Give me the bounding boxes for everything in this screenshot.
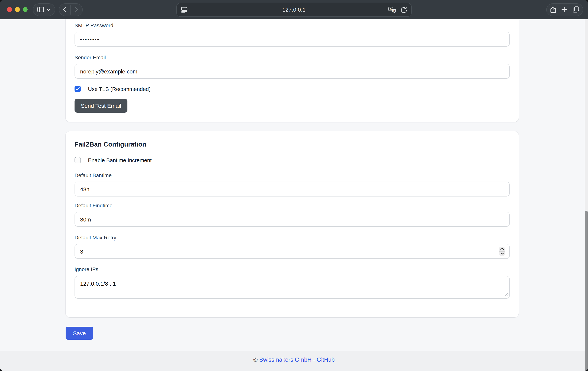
browser-window: 127.0.0.1 A 文	[0, 0, 588, 371]
bantime-increment-row: Enable Bantime Increment	[74, 157, 510, 163]
default-findtime-label: Default Findtime	[74, 202, 510, 209]
save-button[interactable]: Save	[66, 327, 93, 340]
reload-icon[interactable]	[401, 7, 407, 13]
translate-icon[interactable]: A 文	[388, 7, 397, 13]
bantime-increment-checkbox[interactable]	[74, 157, 81, 163]
svg-text:文: 文	[393, 9, 396, 12]
address-bar[interactable]: 127.0.0.1 A 文	[176, 3, 412, 17]
chevron-down-icon[interactable]	[47, 8, 50, 11]
minimize-window-button[interactable]	[15, 7, 20, 12]
browser-toolbar: 127.0.0.1 A 文	[0, 0, 588, 19]
fail2ban-card: Fail2Ban Configuration Enable Bantime In…	[66, 131, 519, 317]
page-content: SMTP Password Sender Email Use TLS (Reco…	[0, 19, 588, 371]
url-text[interactable]: 127.0.0.1	[177, 7, 411, 13]
number-stepper	[499, 247, 505, 256]
default-max-retry-label: Default Max Retry	[74, 235, 510, 241]
sender-email-input[interactable]	[74, 64, 510, 79]
send-test-email-button[interactable]: Send Test Email	[74, 99, 127, 113]
forward-icon[interactable]	[71, 3, 82, 15]
sidebar-icon[interactable]	[37, 7, 44, 12]
smtp-password-input[interactable]	[74, 32, 510, 47]
smtp-password-label: SMTP Password	[74, 22, 510, 29]
toolbar-right-group	[546, 3, 583, 16]
page-footer: © Swissmakers GmbH - GitHub	[0, 351, 588, 371]
default-findtime-input[interactable]	[74, 212, 510, 227]
stepper-down-icon[interactable]	[499, 251, 505, 256]
footer-separator: -	[312, 357, 317, 363]
ignore-ips-label: Ignore IPs	[74, 266, 510, 273]
share-icon[interactable]	[550, 6, 556, 13]
use-tls-row: Use TLS (Recommended)	[74, 86, 510, 92]
sidebar-toggle-group	[33, 3, 55, 16]
ignore-ips-textarea[interactable]: 127.0.0.1/8 ::1	[74, 276, 510, 299]
use-tls-label: Use TLS (Recommended)	[88, 86, 150, 92]
fail2ban-title: Fail2Ban Configuration	[74, 140, 510, 148]
max-retry-field	[74, 244, 510, 259]
tabs-overview-icon[interactable]	[573, 6, 579, 13]
svg-text:A: A	[390, 7, 392, 11]
default-max-retry-input[interactable]	[74, 244, 510, 259]
sender-email-label: Sender Email	[74, 55, 510, 61]
copyright-text: ©	[253, 357, 259, 363]
zoom-window-button[interactable]	[23, 7, 27, 12]
smtp-settings-card: SMTP Password Sender Email Use TLS (Reco…	[66, 19, 519, 122]
default-bantime-label: Default Bantime	[74, 172, 510, 179]
scrollbar-track[interactable]	[585, 19, 588, 371]
close-window-button[interactable]	[7, 7, 12, 12]
page-menu-icon[interactable]	[181, 7, 188, 13]
new-tab-icon[interactable]	[562, 7, 567, 12]
stepper-up-icon[interactable]	[499, 247, 505, 251]
company-link[interactable]: Swissmakers GmbH	[259, 357, 312, 363]
back-icon[interactable]	[59, 3, 70, 15]
ignore-ips-field: 127.0.0.1/8 ::1	[74, 276, 510, 299]
default-bantime-input[interactable]	[74, 182, 510, 196]
use-tls-checkbox[interactable]	[74, 86, 81, 92]
window-controls	[7, 7, 27, 12]
bantime-increment-label: Enable Bantime Increment	[88, 157, 152, 163]
github-link[interactable]: GitHub	[317, 357, 335, 363]
resize-grip-icon[interactable]	[505, 291, 509, 297]
nav-buttons-group	[59, 3, 83, 16]
scrollbar-thumb[interactable]	[585, 211, 588, 371]
